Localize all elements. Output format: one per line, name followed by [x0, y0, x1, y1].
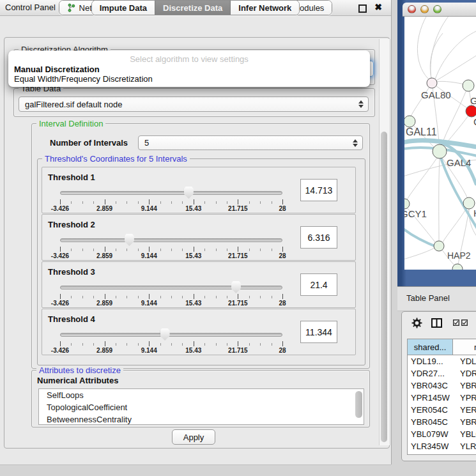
table-row[interactable]: YBL079WYBL0	[408, 428, 476, 440]
attribute-list-item[interactable]: SelfLoops	[39, 389, 364, 401]
network-node-label: GCY1	[404, 208, 427, 219]
table-cell-shared-name[interactable]: YBR045C	[408, 416, 453, 428]
table-row[interactable]: YDL19...YDL1	[408, 355, 476, 367]
tick	[93, 343, 94, 346]
threshold-value-field[interactable]: 14.713	[300, 179, 337, 201]
network-node-label: C	[473, 116, 476, 127]
table-data-combo[interactable]: galFiltered.sif default node	[19, 96, 369, 112]
slider-thumb[interactable]	[231, 281, 241, 293]
table-cell-shared-name[interactable]: YDL19...	[408, 355, 453, 367]
network-node-gcy1[interactable]	[404, 199, 410, 209]
checkbox-checked-icon[interactable]	[461, 319, 468, 326]
number-of-intervals-combo[interactable]: 5	[138, 135, 363, 150]
minimize-light[interactable]	[420, 5, 429, 13]
table-cell-name[interactable]: YBR0	[453, 416, 476, 428]
table-row[interactable]: YDR27...YDR2	[408, 367, 476, 380]
threshold-box-4: Threshold 4-3.4262.8599.14415.4321.71528…	[42, 309, 356, 355]
tick	[216, 296, 217, 298]
slider-tick-labels: -3.4262.8599.14415.4321.71528	[60, 252, 282, 259]
thresholds-group: Threshold's Coordinates for 5 Intervals …	[37, 158, 365, 365]
settings-gear-icon[interactable]	[411, 318, 422, 328]
column-header-name[interactable]: na	[453, 339, 476, 355]
network-node-hap2[interactable]	[434, 241, 444, 251]
table-cell-shared-name[interactable]: YBR043C	[408, 380, 453, 392]
table-cell-name[interactable]: YDL1	[453, 355, 476, 367]
network-graph: GAL80GACGAL11GAL4GCY1HHAP2	[404, 17, 476, 270]
table-cell-name[interactable]: YER0	[453, 404, 476, 416]
table-cell-name[interactable]: YLR3	[453, 440, 476, 452]
control-panel: Control Panel ✖ NetworkStyleSelectCyni T…	[0, 0, 392, 464]
tab-label: Infer Network	[238, 3, 291, 13]
table-header-row: shared... na	[408, 339, 476, 355]
table-cell-name[interactable]: YBL0	[453, 428, 476, 440]
slider-track[interactable]	[60, 238, 282, 242]
tab-infer-network[interactable]: Infer Network	[230, 1, 299, 15]
slider[interactable]	[60, 281, 282, 294]
network-canvas[interactable]: GAL80GACGAL11GAL4GCY1HHAP2	[404, 17, 476, 270]
slider-thumb[interactable]	[184, 187, 194, 199]
network-node[interactable]	[466, 105, 476, 117]
network-node[interactable]	[463, 80, 474, 91]
table-cell-shared-name[interactable]: YDR27...	[408, 367, 453, 380]
slider-thumb[interactable]	[125, 234, 134, 246]
tick	[194, 294, 194, 299]
tick-label: 15.43	[185, 300, 201, 307]
table-cell-name[interactable]: YBR0	[453, 380, 476, 392]
close-light[interactable]	[408, 5, 416, 13]
table-row[interactable]: YER054CYER0	[408, 404, 476, 416]
threshold-value-field[interactable]: 11.344	[300, 321, 337, 343]
algorithm-option-1[interactable]: Manual Discretization	[13, 65, 372, 74]
slider-track[interactable]	[60, 191, 282, 195]
threshold-label: Threshold 1	[48, 173, 95, 182]
interval-definition-label: Interval Definition	[36, 119, 105, 128]
checkbox-checked-icon[interactable]	[453, 319, 459, 326]
split-column-icon[interactable]	[431, 318, 442, 328]
slider-track[interactable]	[60, 333, 282, 337]
network-node-gal4[interactable]	[433, 144, 447, 158]
tick	[171, 201, 172, 204]
slider[interactable]	[60, 328, 282, 341]
table-cell-name[interactable]: YIL0	[453, 452, 476, 455]
network-node-gal11[interactable]	[404, 116, 415, 127]
threshold-value-field[interactable]: 6.316	[300, 226, 337, 249]
network-window-titlebar[interactable]	[403, 3, 476, 17]
slider-track[interactable]	[60, 286, 282, 289]
tick	[160, 249, 161, 251]
algorithm-placeholder-item[interactable]: Select algorithm to view settings	[8, 54, 370, 64]
table-cell-name[interactable]: YDR2	[453, 367, 476, 380]
slider[interactable]	[60, 234, 282, 247]
tab-discretize-data[interactable]: Discretize Data	[155, 1, 230, 15]
attribute-list-item[interactable]: TopologicalCoefficient	[39, 401, 364, 413]
scrollbar-thumb[interactable]	[381, 132, 387, 442]
table-row[interactable]: YIL052CYIL0	[408, 452, 476, 455]
tick	[238, 341, 238, 346]
slider-thumb[interactable]	[160, 328, 170, 341]
table-row[interactable]: YLR345WYLR3	[408, 440, 476, 452]
table-row[interactable]: YBR045CYBR0	[408, 416, 476, 428]
slider[interactable]	[60, 187, 282, 199]
tick	[71, 343, 72, 346]
zoom-light[interactable]	[433, 5, 441, 13]
table-cell-shared-name[interactable]: YIL052C	[408, 452, 453, 455]
threshold-label: Threshold 4	[48, 314, 95, 324]
table-cell-shared-name[interactable]: YER054C	[408, 404, 453, 416]
tick	[260, 296, 261, 298]
column-header-shared-name[interactable]: shared...	[408, 339, 453, 355]
table-cell-shared-name[interactable]: YPR145W	[408, 392, 453, 404]
settings-vertical-scrollbar[interactable]	[379, 39, 390, 445]
tab-impute-data[interactable]: Impute Data	[92, 1, 155, 15]
numerical-attributes-list[interactable]: SelfLoopsTopologicalCoefficientBetweenne…	[38, 388, 364, 425]
tick	[160, 296, 161, 298]
threshold-value-field[interactable]: 21.4	[300, 273, 337, 296]
table-row[interactable]: YPR145WYPR1	[408, 392, 476, 404]
table-cell-shared-name[interactable]: YLR345W	[408, 440, 453, 452]
algorithm-option-2[interactable]: Equal Width/Frequency Discretization	[13, 74, 372, 84]
network-node-label: GAL4	[447, 157, 471, 168]
attribute-list-item[interactable]: BetweennessCentrality	[39, 413, 364, 425]
apply-button[interactable]: Apply	[172, 429, 215, 445]
attributes-list-scrollbar[interactable]	[355, 390, 362, 422]
table-cell-name[interactable]: YPR1	[453, 392, 476, 404]
network-node-gal80[interactable]	[427, 78, 437, 88]
table-cell-shared-name[interactable]: YBL079W	[408, 428, 453, 440]
table-row[interactable]: YBR043CYBR0	[408, 380, 476, 392]
